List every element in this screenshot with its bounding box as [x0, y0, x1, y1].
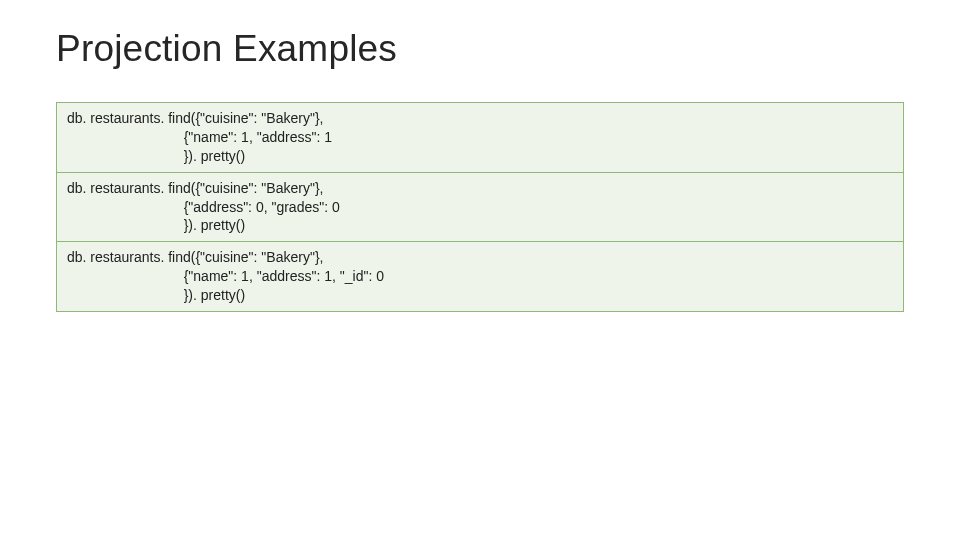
code-line: db. restaurants. find({"cuisine": "Baker…: [67, 180, 323, 196]
code-block: db. restaurants. find({"cuisine": "Baker…: [67, 109, 893, 166]
code-line: }). pretty(): [67, 217, 245, 233]
code-line: }). pretty(): [67, 148, 245, 164]
code-line: }). pretty(): [67, 287, 245, 303]
examples-table: db. restaurants. find({"cuisine": "Baker…: [56, 102, 904, 312]
table-row: db. restaurants. find({"cuisine": "Baker…: [57, 172, 904, 242]
code-line: {"name": 1, "address": 1: [67, 129, 332, 145]
code-block: db. restaurants. find({"cuisine": "Baker…: [67, 248, 893, 305]
code-cell: db. restaurants. find({"cuisine": "Baker…: [57, 172, 904, 242]
code-line: db. restaurants. find({"cuisine": "Baker…: [67, 110, 323, 126]
code-cell: db. restaurants. find({"cuisine": "Baker…: [57, 103, 904, 173]
slide: Projection Examples db. restaurants. fin…: [0, 0, 960, 540]
table-row: db. restaurants. find({"cuisine": "Baker…: [57, 103, 904, 173]
code-line: {"name": 1, "address": 1, "_id": 0: [67, 268, 384, 284]
page-title: Projection Examples: [56, 28, 904, 70]
code-line: {"address": 0, "grades": 0: [67, 199, 340, 215]
code-cell: db. restaurants. find({"cuisine": "Baker…: [57, 242, 904, 312]
code-line: db. restaurants. find({"cuisine": "Baker…: [67, 249, 323, 265]
table-row: db. restaurants. find({"cuisine": "Baker…: [57, 242, 904, 312]
code-block: db. restaurants. find({"cuisine": "Baker…: [67, 179, 893, 236]
